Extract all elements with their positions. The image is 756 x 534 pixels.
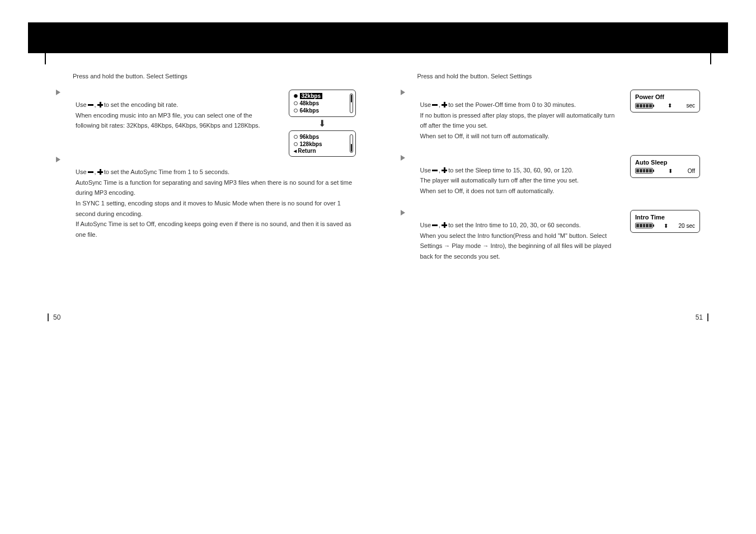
- plus-icon: [442, 222, 447, 228]
- introtime-desc1: When you select the Intro function(Press…: [420, 231, 619, 262]
- bitrate-96-label: 96kbps: [300, 134, 319, 140]
- scrollbar: [350, 93, 353, 113]
- autosleep-desc1: The player will automatically turn off a…: [420, 175, 619, 186]
- use-post: to set the Power-Off time from 0 to 30 m…: [448, 100, 576, 110]
- page-number-right: 51: [696, 313, 708, 321]
- autosleep-text: Use , to set the Sleep time to 15, 30, 6…: [401, 155, 619, 210]
- bitrate-text: Use , to set the encoding bit rate. When…: [56, 90, 278, 144]
- use-pre: Use: [420, 220, 431, 231]
- bitrate-32: 32kbps: [294, 92, 351, 100]
- play-icon: [401, 210, 405, 216]
- autosync-desc2: In SYNC 1 setting, encoding stops and it…: [76, 198, 356, 219]
- updown-icon: ⬍: [664, 223, 668, 229]
- bitrate-section: Use , to set the encoding bit rate. When…: [56, 90, 356, 157]
- radio-filled-icon: [294, 94, 298, 98]
- battery-icon: [635, 223, 653, 228]
- down-arrow-icon: ⬇: [289, 119, 356, 128]
- use-post: to set the Intro time to 10, 20, 30, or …: [448, 220, 581, 231]
- autosleep-value-row: ⬍ Off: [635, 168, 695, 174]
- updown-icon: ⬍: [668, 102, 672, 109]
- autosync-desc1: AutoSync Time is a function for separati…: [76, 177, 356, 198]
- radio-icon: [294, 135, 298, 139]
- page-spread: Press and hold the button. Select Settin…: [0, 0, 756, 320]
- battery-icon: [635, 168, 653, 174]
- bitrate-header: [56, 90, 278, 95]
- poweroff-section: Use , to set the Power-Off time from 0 t…: [401, 90, 701, 155]
- use-pre: Use: [420, 100, 431, 110]
- subtitle-post: button. Select Settings: [470, 73, 532, 79]
- radio-icon: [294, 142, 298, 146]
- minus-icon: [432, 170, 438, 171]
- subtitle-pre: Press and hold the: [417, 73, 471, 79]
- updown-icon: ⬍: [668, 168, 673, 174]
- bitrate-use-line: Use , to set the encoding bit rate.: [76, 100, 278, 110]
- introtime-section: Use , to set the Intro time to 10, 20, 3…: [401, 210, 701, 275]
- bitrate-128-label: 128kbps: [300, 141, 322, 147]
- minus-icon: [432, 104, 438, 106]
- use-pre: Use: [76, 167, 87, 177]
- autosleep-body: Use , to set the Sleep time to 15, 30, 6…: [401, 165, 619, 196]
- radio-icon: [294, 109, 298, 113]
- subtitle-post: button. Select Settings: [126, 73, 187, 79]
- use-pre: Use: [420, 165, 431, 176]
- minus-icon: [432, 224, 438, 226]
- poweroff-title: Power Off: [635, 93, 695, 100]
- bitrate-desc: When encoding music into an MP3 file, yo…: [76, 110, 278, 131]
- play-icon: [56, 90, 60, 95]
- autosync-header: [56, 157, 356, 162]
- radio-icon: [294, 101, 298, 105]
- subtitle-pre: Press and hold the: [73, 73, 126, 79]
- right-subtitle: Press and hold the button. Select Settin…: [401, 73, 701, 79]
- autosleep-use-line: Use , to set the Sleep time to 15, 30, 6…: [420, 165, 619, 176]
- poweroff-desc2: When set to Off, it will not turn off au…: [420, 131, 619, 142]
- poweroff-desc1: If no button is pressed after play stops…: [420, 110, 619, 131]
- autosync-use-line: Use , to set the AutoSync Time from 1 to…: [76, 167, 356, 177]
- page-number-left: 50: [48, 313, 60, 321]
- bitrate-64: 64kbps: [294, 107, 351, 114]
- bitrate-128: 128kbps: [294, 140, 351, 148]
- bitrate-screen-top: 32kbps 48kbps 64kbps: [289, 90, 356, 117]
- autosleep-value: Off: [688, 168, 695, 174]
- introtime-value: 20 sec: [679, 223, 695, 229]
- bitrate-96: 96kbps: [294, 133, 351, 140]
- poweroff-screen: Power Off ⬍ sec: [630, 90, 700, 113]
- plus-icon: [97, 102, 103, 107]
- poweroff-value: sec: [686, 102, 695, 109]
- minus-icon: [88, 171, 93, 173]
- bitrate-body: Use , to set the encoding bit rate. When…: [56, 100, 278, 131]
- scroll-thumb: [351, 144, 352, 152]
- use-pre: Use: [76, 100, 87, 110]
- autosleep-section: Use , to set the Sleep time to 15, 30, 6…: [401, 155, 701, 210]
- poweroff-body: Use , to set the Power-Off time from 0 t…: [401, 100, 619, 142]
- introtime-value-row: ⬍ 20 sec: [635, 223, 695, 229]
- play-icon: [401, 90, 405, 95]
- right-page: Press and hold the button. Select Settin…: [378, 22, 734, 298]
- poweroff-value-row: ⬍ sec: [635, 102, 695, 109]
- autosleep-screen: Auto Sleep ⬍ Off: [630, 155, 700, 178]
- minus-icon: [88, 104, 93, 106]
- use-post: to set the Sleep time to 15, 30, 60, 90,…: [448, 165, 573, 176]
- return-label: Return: [298, 148, 316, 154]
- poweroff-header: [401, 90, 619, 95]
- bitrate-screen-bottom: 96kbps 128kbps ◂ Return: [289, 130, 356, 157]
- autosync-desc3: If AutoSync Time is set to Off, encoding…: [76, 219, 356, 240]
- plus-icon: [442, 102, 447, 107]
- bitrate-48-label: 48kbps: [300, 100, 319, 106]
- left-page: Press and hold the button. Select Settin…: [22, 22, 378, 298]
- introtime-use-line: Use , to set the Intro time to 10, 20, 3…: [420, 220, 619, 231]
- autosync-section: Use , to set the AutoSync Time from 1 to…: [56, 157, 356, 240]
- introtime-header: [401, 210, 619, 216]
- poweroff-text: Use , to set the Power-Off time from 0 t…: [401, 90, 619, 155]
- bitrate-screen-stack: 32kbps 48kbps 64kbps ⬇ 96kbps 128kbps ◂ …: [289, 90, 356, 157]
- introtime-body: Use , to set the Intro time to 10, 20, 3…: [401, 220, 619, 262]
- autosleep-desc2: When set to Off, it does not turn off au…: [420, 186, 619, 196]
- use-post: to set the AutoSync Time from 1 to 5 sec…: [104, 167, 229, 177]
- introtime-screen: Intro Time ⬍ 20 sec: [630, 210, 700, 233]
- battery-icon: [635, 103, 653, 109]
- scrollbar: [350, 134, 353, 153]
- introtime-title: Intro Time: [635, 214, 695, 221]
- use-post: to set the encoding bit rate.: [104, 100, 179, 110]
- poweroff-use-line: Use , to set the Power-Off time from 0 t…: [420, 100, 619, 110]
- bitrate-32-label: 32kbps: [300, 93, 322, 99]
- play-icon: [401, 155, 405, 161]
